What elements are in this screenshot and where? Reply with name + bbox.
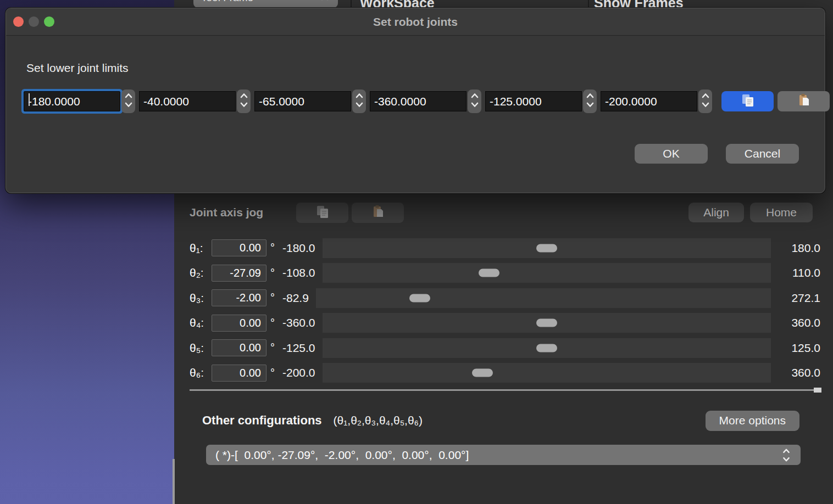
joint-slider[interactable] — [316, 288, 771, 308]
copy-limits-button[interactable] — [721, 91, 774, 111]
joint-jog-title: Joint axis jog — [190, 206, 263, 219]
copy-joints-button[interactable] — [296, 203, 348, 223]
chevron-up-down-icon — [468, 88, 481, 114]
joint-max-label: 360.0 — [778, 366, 820, 379]
joint-label: θ₅: — [190, 341, 212, 355]
slider-thumb[interactable] — [409, 294, 430, 302]
zoom-button[interactable] — [44, 16, 54, 27]
joint-label: θ₆: — [190, 366, 212, 379]
joint-row: θ₅: ° -125.0 125.0 — [190, 335, 820, 361]
joint-limit-spinbox — [370, 89, 481, 113]
joint-value-input[interactable] — [212, 265, 266, 282]
joint-row: θ₄: ° -360.0 360.0 — [190, 311, 820, 336]
joint-max-label: 360.0 — [778, 316, 820, 329]
joint-row: θ₂: ° -108.0 110.0 — [190, 261, 820, 286]
stepper[interactable] — [698, 89, 712, 113]
joint-limit-spinbox — [601, 89, 712, 113]
slider-thumb[interactable] — [536, 244, 557, 252]
chevron-up-down-icon — [122, 88, 135, 114]
degree-symbol: ° — [270, 341, 278, 354]
joint-value-input[interactable] — [212, 339, 266, 356]
chevron-up-down-icon — [699, 88, 712, 114]
joint-label: θ₁: — [190, 242, 212, 255]
dialog-title: Set robot joints — [6, 15, 825, 29]
other-configurations-header: Other configurations (θ₁,θ₂,θ₃,θ₄,θ₅,θ₆)… — [202, 410, 799, 432]
joint-limit-inputs-row — [24, 89, 825, 113]
joint-slider[interactable] — [323, 338, 771, 358]
stepper[interactable] — [121, 89, 135, 113]
copy-icon — [314, 204, 331, 222]
align-button[interactable]: Align — [688, 203, 744, 222]
joint-row: θ₆: ° -200.0 360.0 — [190, 361, 820, 386]
degree-symbol: ° — [270, 317, 278, 329]
paste-joints-button[interactable] — [352, 203, 404, 223]
joint-max-label: 110.0 — [778, 266, 820, 279]
degree-symbol: ° — [270, 367, 278, 379]
chevron-up-down-icon — [780, 444, 793, 466]
minimize-button[interactable] — [29, 16, 39, 27]
chevron-up-icon — [319, 0, 330, 4]
chevron-up-down-icon — [353, 88, 366, 114]
stepper[interactable] — [237, 89, 251, 113]
joint-limit-input[interactable] — [24, 91, 120, 111]
close-button[interactable] — [13, 16, 24, 27]
slider-thumb[interactable] — [536, 344, 557, 352]
other-configurations-title: Other configurations — [202, 413, 322, 428]
rows-separator — [190, 389, 821, 391]
tool-frame-label: Tool Frame — [201, 0, 253, 4]
joint-min-label: -180.0 — [282, 242, 315, 255]
joint-value-input[interactable] — [212, 289, 266, 306]
text-caret — [29, 93, 30, 106]
joint-value-input[interactable] — [212, 239, 266, 256]
joint-limit-spinbox — [485, 89, 597, 113]
joint-max-label: 272.1 — [778, 292, 820, 305]
joint-slider[interactable] — [323, 363, 771, 383]
copy-icon — [740, 92, 756, 110]
joint-row: θ₁: ° -180.0 180.0 — [190, 236, 820, 261]
cancel-button[interactable]: Cancel — [726, 144, 799, 164]
more-options-button[interactable]: More options — [706, 411, 799, 431]
paste-icon — [370, 204, 386, 222]
degree-symbol: ° — [270, 292, 278, 304]
joint-min-label: -125.0 — [282, 341, 315, 355]
joint-value-input[interactable] — [212, 365, 266, 382]
joint-max-label: 125.0 — [778, 341, 820, 355]
slider-thumb[interactable] — [536, 319, 557, 327]
slider-thumb[interactable] — [479, 269, 499, 277]
configuration-selected-value: ( *)-[ 0.00°, -27.09°, -2.00°, 0.00°, 0.… — [215, 449, 469, 462]
ok-button[interactable]: OK — [635, 144, 708, 164]
joint-limit-spinbox — [24, 89, 135, 113]
slider-thumb[interactable] — [472, 369, 493, 377]
joint-rows: θ₁: ° -180.0 180.0 θ₂: ° -108.0 110.0 θ₃… — [190, 236, 820, 385]
joint-limit-input[interactable] — [139, 91, 236, 111]
joint-limit-input[interactable] — [370, 91, 467, 111]
joint-row: θ₃: ° -82.9 272.1 — [190, 285, 820, 311]
home-button[interactable]: Home — [750, 203, 813, 222]
configuration-select[interactable]: ( *)-[ 0.00°, -27.09°, -2.00°, 0.00°, 0.… — [206, 445, 801, 465]
set-robot-joints-dialog: Set robot joints Set lower joint limits — [5, 8, 825, 193]
joint-limit-input[interactable] — [601, 91, 697, 111]
joint-slider[interactable] — [323, 263, 771, 283]
tool-frame-dropdown[interactable]: Tool Frame — [193, 0, 338, 8]
joint-limit-input[interactable] — [254, 91, 351, 111]
joint-slider[interactable] — [323, 238, 771, 258]
scrollbar-handle[interactable] — [814, 388, 821, 393]
joint-limit-input[interactable] — [485, 91, 582, 111]
stepper[interactable] — [583, 89, 597, 113]
dialog-prompt: Set lower joint limits — [26, 61, 825, 75]
dialog-titlebar[interactable]: Set robot joints — [6, 8, 825, 36]
joint-min-label: -200.0 — [282, 366, 315, 379]
joint-label: θ₃: — [190, 292, 212, 305]
dialog-actions: OK Cancel — [6, 144, 799, 164]
stepper[interactable] — [468, 89, 481, 113]
joint-jog-header: Joint axis jog Align Home — [190, 201, 813, 223]
stepper[interactable] — [352, 89, 366, 113]
joint-value-input[interactable] — [212, 315, 266, 332]
degree-symbol: ° — [270, 242, 278, 254]
joint-slider[interactable] — [323, 313, 771, 333]
joint-limit-spinbox — [139, 89, 251, 113]
panel-splitter[interactable] — [173, 459, 175, 504]
paste-limits-button[interactable] — [778, 91, 830, 111]
joint-max-label: 180.0 — [778, 242, 820, 255]
chevron-up-down-icon — [237, 88, 251, 114]
